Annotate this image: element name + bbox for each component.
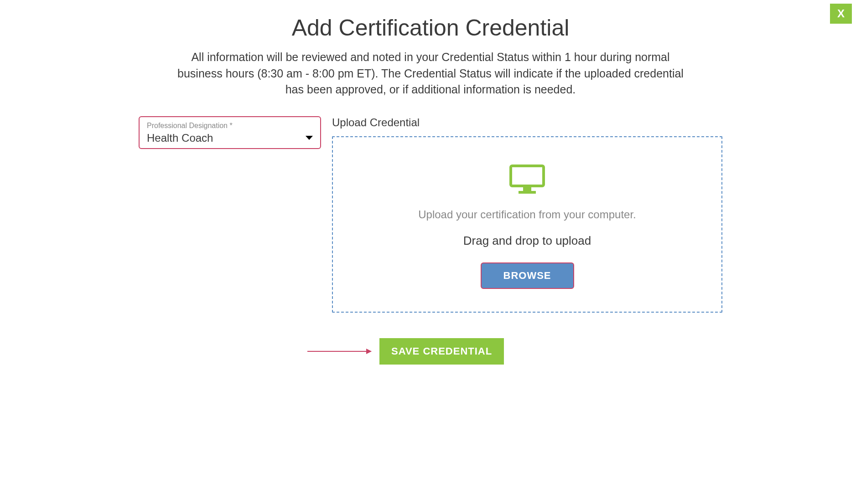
right-column: Upload Credential Upload your certificat… bbox=[332, 116, 722, 313]
modal-container: Add Certification Credential All informa… bbox=[139, 0, 722, 365]
save-row: SAVE CREDENTIAL bbox=[139, 338, 722, 365]
page-description: All information will be reviewed and not… bbox=[171, 49, 690, 98]
page-title: Add Certification Credential bbox=[139, 15, 722, 41]
save-credential-button[interactable]: SAVE CREDENTIAL bbox=[379, 338, 504, 365]
select-label: Professional Designation * bbox=[147, 122, 313, 130]
close-button[interactable]: X bbox=[830, 4, 852, 24]
svg-rect-1 bbox=[523, 187, 531, 191]
upload-hint: Upload your certification from your comp… bbox=[342, 208, 712, 221]
close-icon: X bbox=[837, 7, 845, 20]
select-value-row: Health Coach bbox=[147, 132, 313, 144]
computer-icon bbox=[509, 165, 545, 195]
professional-designation-select[interactable]: Professional Designation * Health Coach bbox=[139, 116, 321, 149]
upload-dropzone[interactable]: Upload your certification from your comp… bbox=[332, 136, 722, 313]
svg-rect-2 bbox=[519, 191, 536, 194]
content-row: Professional Designation * Health Coach … bbox=[139, 116, 722, 313]
arrow-annotation-icon bbox=[307, 351, 371, 352]
select-value: Health Coach bbox=[147, 132, 213, 144]
left-column: Professional Designation * Health Coach bbox=[139, 116, 321, 313]
svg-rect-0 bbox=[511, 166, 544, 186]
browse-button[interactable]: BROWSE bbox=[481, 262, 574, 289]
caret-down-icon bbox=[306, 136, 313, 140]
upload-drag-text: Drag and drop to upload bbox=[342, 234, 712, 248]
upload-section-label: Upload Credential bbox=[332, 116, 722, 129]
